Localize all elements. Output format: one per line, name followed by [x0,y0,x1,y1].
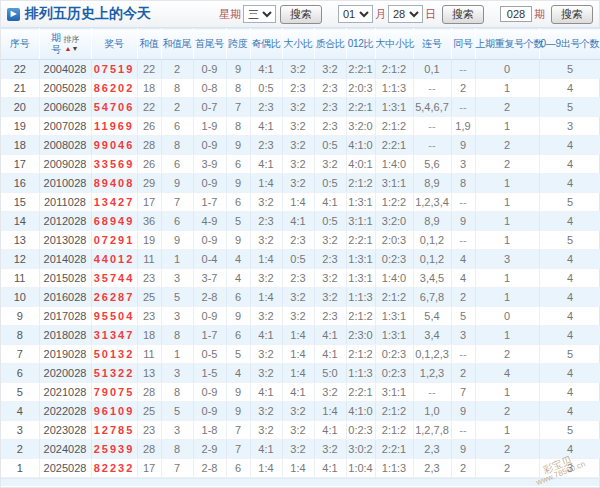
cell: 2:0:3 [375,231,413,250]
cell: 13 [137,364,161,383]
cell: 11 [137,345,161,364]
cell: 2:1:2 [375,421,413,440]
month-select[interactable]: 01 [338,5,373,23]
cell: 3:1:1 [375,174,413,193]
cell: 4:1:0 [346,402,375,421]
cell: 17 [1,155,39,174]
cell: 4:1:0 [346,136,375,155]
cell: 4 [539,307,600,326]
table-row: 22024028259392882-974:13:23:23:0:22:2:12… [1,440,600,459]
cell: 2:2:1 [346,60,375,79]
cell: 0-9 [193,231,226,250]
cell: 28 [137,383,161,402]
cell: 23 [137,307,161,326]
cell: 1:4:0 [375,155,413,174]
table-row: 162010028894082990-991:43:20:52:1:23:1:1… [1,174,600,193]
table-header-row: 序号 期号 排序 ▲▼ 奖号 和值 和值尾 首尾号 跨度 奇偶比 大小比 [1,29,600,60]
cell: 9 [451,136,475,155]
cell: 10 [1,288,39,307]
col-header-same: 同号 [451,29,475,60]
cell: 2 [451,288,475,307]
cell: 0:2:3 [375,364,413,383]
cell: 2:1:2 [346,345,375,364]
cell: 9 [226,136,250,155]
cell: 3:0:2 [346,440,375,459]
col-header-sum: 和值 [137,29,161,60]
cell: 1-5 [193,364,226,383]
sort-asc-icon[interactable]: ▲ [65,45,72,52]
cell: 3:2 [282,402,314,421]
cell: 22 [137,98,161,117]
cell: 4 [539,212,600,231]
week-label: 星期 [219,7,241,22]
cell: 2010028 [39,174,91,193]
day-select[interactable]: 28 [388,5,423,23]
cell: 3:2 [250,421,282,440]
cell: 2 [451,364,475,383]
table-row: 72019028501321110-553:21:44:12:1:20:2:30… [1,345,600,364]
cell: 9 [226,231,250,250]
table-row: 152011028134271771-763:21:44:11:3:11:2:2… [1,193,600,212]
cell: 1 [475,193,539,212]
cell: 8 [451,174,475,193]
history-table: 序号 期号 排序 ▲▼ 奖号 和值 和值尾 首尾号 跨度 奇偶比 大小比 [1,28,600,478]
cell: 2:3 [250,212,282,231]
cell: 1 [475,212,539,231]
title-bar: ▶ 排列五历史上的今天 星期 三 搜索 01 月 28 日 搜索 期 搜索 [1,1,599,28]
cell: 0-4 [193,250,226,269]
prize-number-cell: 26287 [91,288,137,307]
cell: 3:2 [282,421,314,440]
prize-number-cell: 07291 [91,231,137,250]
cell: 1:3:1 [346,269,375,288]
cell: 2:3 [314,79,346,98]
cell: 2012028 [39,212,91,231]
cell: 2 [475,155,539,174]
sort-desc-icon[interactable]: ▼ [72,45,79,52]
col-header-012: 012比 [346,29,375,60]
cell: 3:2 [282,155,314,174]
cell: 6 [226,459,250,478]
cell: 0-9 [193,60,226,79]
cell: 6 [226,155,250,174]
cell: 3:2 [314,60,346,79]
cell: 3:2 [314,231,346,250]
cell: 2009028 [39,155,91,174]
cell: 8 [1,326,39,345]
date-search-button[interactable]: 搜索 [442,5,484,24]
cell: 3:2 [250,402,282,421]
cell: 3:2 [250,364,282,383]
cell: 4 [226,269,250,288]
cell: 7 [226,440,250,459]
cell: 6 [161,212,193,231]
week-select[interactable]: 三 [243,5,276,23]
cell: 4 [539,250,600,269]
cell: 8 [161,440,193,459]
cell: 4 [539,288,600,307]
table-row: 62020028513221331-543:21:45:01:1:30:2:31… [1,364,600,383]
cell: 17 [137,193,161,212]
cell: 8 [161,136,193,155]
cell: 0:2:3 [346,421,375,440]
cell: 2 [1,440,39,459]
cell: 36 [137,212,161,231]
issue-input[interactable] [500,6,532,22]
cell: 4 [226,364,250,383]
cell: 4-9 [193,212,226,231]
cell: 4 [539,155,600,174]
cell: 1 [475,79,539,98]
cell: 9 [161,174,193,193]
week-search-button[interactable]: 搜索 [280,5,322,24]
search-controls: 星期 三 搜索 01 月 28 日 搜索 期 搜索 [217,5,593,24]
cell: 3 [161,421,193,440]
cell: 3:2 [250,307,282,326]
cell: 2-8 [193,459,226,478]
prize-number-cell: 89408 [91,174,137,193]
issue-search-button[interactable]: 搜索 [551,5,593,24]
cell: 4 [539,326,600,345]
cell: 1:3:1 [375,326,413,345]
cell: 20 [1,98,39,117]
cell: 11 [1,269,39,288]
cell: 0 [475,307,539,326]
sort-control[interactable]: 排序 ▲▼ [64,36,80,52]
cell: 6 [226,288,250,307]
